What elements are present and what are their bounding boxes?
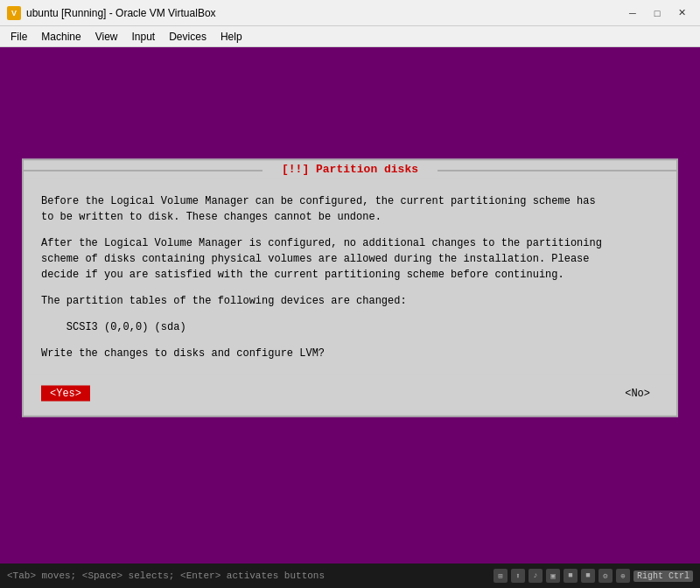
status-hint: <Tab> moves; <Space> selects; <Enter> ac…	[7, 570, 325, 581]
dialog-paragraph-1: Before the Logical Volume Manager can be…	[41, 193, 659, 225]
dialog-paragraph-4: Write the changes to disks and configure…	[41, 346, 659, 361]
dialog-device-line: SCSI3 (0,0,0) (sda)	[41, 319, 659, 335]
menu-machine[interactable]: Machine	[34, 29, 88, 45]
title-bar-left: V ubuntu [Running] - Oracle VM VirtualBo…	[7, 6, 216, 20]
menu-bar: File Machine View Input Devices Help	[0, 26, 700, 47]
menu-file[interactable]: File	[4, 29, 34, 45]
dialog-buttons: <Yes> <No>	[24, 375, 676, 416]
maximize-button[interactable]: □	[646, 4, 668, 22]
yes-button[interactable]: <Yes>	[41, 386, 90, 402]
close-button[interactable]: ✕	[670, 4, 693, 22]
network-icon: ⊞	[494, 569, 508, 583]
status-bar: <Tab> moves; <Space> selects; <Enter> ac…	[0, 564, 700, 588]
dialog-title-bar: [!!] Partition disks	[24, 161, 676, 179]
storage2-icon: ■	[581, 569, 595, 583]
menu-view[interactable]: View	[88, 29, 125, 45]
partition-dialog: [!!] Partition disks Before the Logical …	[22, 159, 678, 417]
right-ctrl-badge: Right Ctrl	[634, 570, 693, 582]
dialog-title: [!!] Partition disks	[282, 163, 418, 176]
audio-icon: ♪	[528, 569, 542, 583]
vm-screen[interactable]: [!!] Partition disks Before the Logical …	[0, 47, 700, 564]
settings-icon: ⚙	[598, 569, 612, 583]
dialog-content: Before the Logical Volume Manager can be…	[24, 179, 676, 375]
virtualbox-icon: V	[7, 6, 21, 20]
usb-icon: ⬆	[511, 569, 525, 583]
mouse-icon: ⊕	[616, 569, 630, 583]
menu-input[interactable]: Input	[125, 29, 163, 45]
dialog-paragraph-3: The partition tables of the following de…	[41, 293, 659, 309]
no-button[interactable]: <No>	[616, 386, 659, 402]
status-bar-right: ⊞ ⬆ ♪ ▣ ■ ■ ⚙ ⊕ Right Ctrl	[494, 569, 693, 583]
window-title: ubuntu [Running] - Oracle VM VirtualBox	[26, 7, 216, 19]
menu-help[interactable]: Help	[214, 29, 249, 45]
storage-icon: ■	[564, 569, 578, 583]
minimize-button[interactable]: ─	[621, 4, 644, 22]
dialog-paragraph-2: After the Logical Volume Manager is conf…	[41, 235, 659, 283]
display-icon: ▣	[546, 569, 560, 583]
window-controls: ─ □ ✕	[621, 4, 693, 22]
title-bar: V ubuntu [Running] - Oracle VM VirtualBo…	[0, 0, 700, 26]
menu-devices[interactable]: Devices	[162, 29, 214, 45]
